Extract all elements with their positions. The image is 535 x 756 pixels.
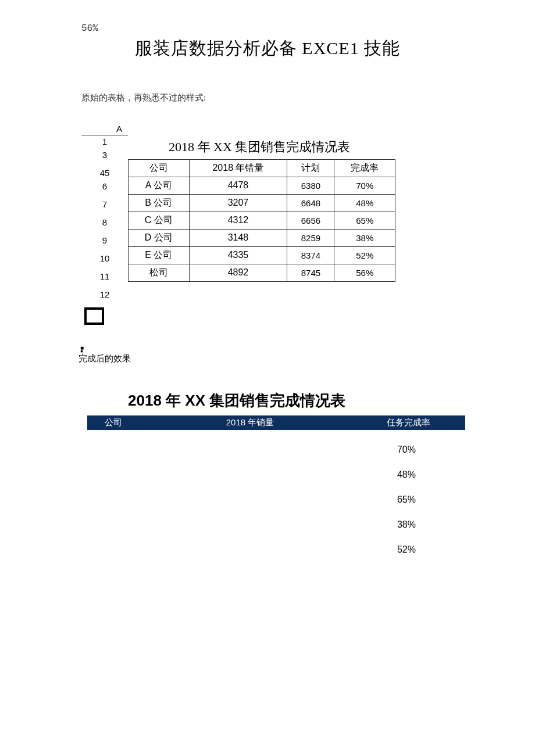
- th-sales: 2018 年错量: [189, 159, 287, 177]
- cell-company: 松司: [129, 264, 190, 281]
- header-sales: 2018 年销量: [174, 417, 326, 428]
- table-row: B 公司 3207 6648 48%: [129, 194, 395, 212]
- cell-plan: 6380: [287, 177, 334, 194]
- rate-value: 38%: [87, 519, 465, 530]
- cell-sales: 4892: [189, 264, 287, 281]
- intro-text: 原始的表格，再熟悉不过的样式:: [81, 92, 535, 103]
- row-num: 9: [81, 235, 128, 245]
- row-num: 45: [81, 168, 128, 178]
- table-row: C 公司 4312 6656 65%: [129, 212, 395, 229]
- rate-value: 70%: [87, 445, 465, 455]
- row-num: 10: [81, 253, 128, 263]
- cell-rate: 70%: [334, 177, 395, 194]
- cell-company: D 公司: [129, 229, 190, 246]
- row-num: 12: [81, 289, 128, 299]
- cell-rate: 38%: [334, 229, 395, 246]
- header-rate: 任务完成率: [326, 417, 465, 428]
- rate-value: 48%: [87, 470, 465, 480]
- table-row: D 公司 3148 8259 38%: [129, 229, 395, 246]
- table-row: 松司 4892 8745 56%: [129, 264, 395, 281]
- row-num: 1: [81, 137, 128, 146]
- original-data-table: 公司 2018 年错量 计划 完成率 A 公司 4478 6380 70% B …: [128, 159, 395, 282]
- cell-rate: 65%: [334, 212, 395, 229]
- column-letter: A: [81, 124, 128, 135]
- after-effect-label: 完成后的效果: [79, 353, 535, 364]
- row-num: 3: [81, 150, 128, 160]
- square-marker-icon: [84, 307, 104, 325]
- cell-rate: 48%: [334, 194, 395, 212]
- row-num: 8: [81, 217, 128, 227]
- cell-rate: 56%: [334, 264, 395, 281]
- cell-sales: 3148: [189, 229, 287, 246]
- cell-sales: 4335: [189, 246, 287, 264]
- cell-sales: 4478: [189, 177, 287, 194]
- cell-company: B 公司: [129, 194, 190, 212]
- row-num: 6: [81, 181, 128, 191]
- row-num: 11: [81, 271, 128, 281]
- th-plan: 计划: [287, 159, 334, 177]
- cell-sales: 3207: [189, 194, 287, 212]
- cell-company: E 公司: [129, 246, 190, 264]
- page-title: 服装店数据分析必备 EXCE1 技能: [0, 37, 535, 60]
- rate-value: 65%: [87, 495, 465, 505]
- cell-plan: 6656: [287, 212, 334, 229]
- table-row: A 公司 4478 6380 70%: [129, 177, 395, 194]
- cell-plan: 8259: [287, 229, 334, 246]
- top-number: 56%: [81, 23, 535, 34]
- cell-rate: 52%: [334, 246, 395, 264]
- table-header-row: 公司 2018 年错量 计划 完成率: [129, 159, 395, 177]
- cell-company: C 公司: [129, 212, 190, 229]
- table1-title: 2018 年 XX 集团销售完成情况表: [169, 138, 419, 156]
- th-rate: 完成率: [334, 159, 395, 177]
- header-company: 公司: [87, 417, 174, 428]
- table2-title: 2018 年 XX 集团销售完成情况表: [128, 390, 395, 411]
- table-row: E 公司 4335 8374 52%: [129, 246, 395, 264]
- cell-company: A 公司: [129, 177, 190, 194]
- styled-result-table: 公司 2018 年销量 任务完成率 70% 48% 65% 38% 52%: [87, 415, 465, 555]
- original-table-block: A 1 3 45 6 7 8 9 10 11 12 2018 年 XX 集团销售…: [81, 124, 535, 303]
- row-num: 7: [81, 199, 128, 209]
- rate-value: 52%: [87, 544, 465, 555]
- row-number-gutter: A 1 3 45 6 7 8 9 10 11 12: [81, 124, 128, 303]
- styled-table-body: 70% 48% 65% 38% 52%: [87, 445, 465, 555]
- th-company: 公司: [129, 159, 190, 177]
- styled-table-header: 公司 2018 年销量 任务完成率: [87, 415, 465, 430]
- cell-sales: 4312: [189, 212, 287, 229]
- cell-plan: 8745: [287, 264, 334, 281]
- bullet-marker-icon: ■▪: [80, 345, 535, 353]
- cell-plan: 8374: [287, 246, 334, 264]
- cell-plan: 6648: [287, 194, 334, 212]
